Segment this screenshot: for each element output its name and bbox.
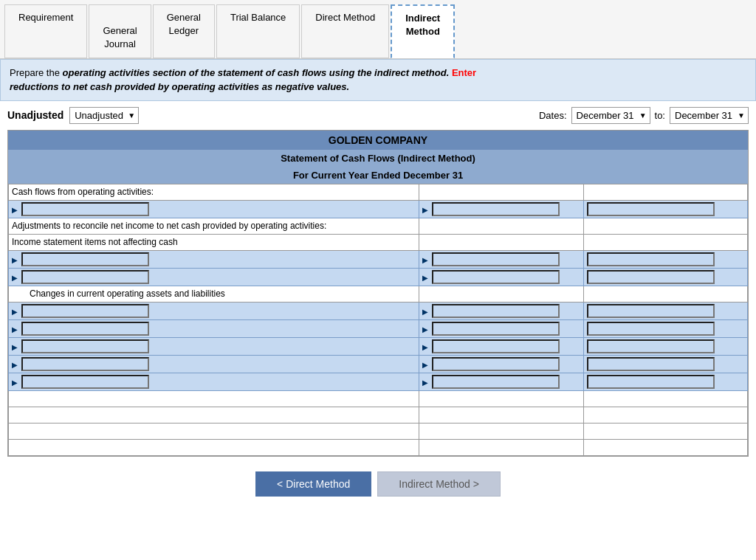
cash-flow-table-container: GOLDEN COMPANY Statement of Cash Flows (… xyxy=(7,130,749,457)
mode-label: Unadjusted xyxy=(7,109,63,121)
label-input-6[interactable] xyxy=(21,339,149,353)
date-to-prefix: to: xyxy=(655,110,665,121)
amount-input-7[interactable] xyxy=(432,357,560,371)
amount-input-3[interactable] xyxy=(432,270,560,284)
table-row xyxy=(9,373,748,390)
row-arrow xyxy=(422,204,430,215)
row-arrow xyxy=(12,255,19,265)
tab-general-journal[interactable]: GeneralJournal xyxy=(89,4,151,58)
label-input-8[interactable] xyxy=(21,375,149,389)
table-row: Income statement items not affecting cas… xyxy=(9,234,748,250)
tab-requirement[interactable]: Requirement xyxy=(4,4,87,58)
table-row xyxy=(9,355,748,373)
total-input-12[interactable] xyxy=(587,442,744,452)
table-row xyxy=(9,200,748,218)
row-arrow xyxy=(12,306,19,317)
total-input-10[interactable] xyxy=(587,409,744,420)
controls-row: Unadjusted Unadjusted Adjusted Dates: De… xyxy=(0,101,756,130)
table-period: For Current Year Ended December 31 xyxy=(8,167,748,184)
total-input-7[interactable] xyxy=(587,357,715,371)
table-row xyxy=(9,439,748,455)
amount-input-10[interactable] xyxy=(422,409,580,420)
tab-indirect-method[interactable]: IndirectMethod xyxy=(391,4,455,58)
row-arrow xyxy=(422,342,430,352)
mode-select[interactable]: Unadjusted Adjusted xyxy=(69,107,139,124)
instruction-bar: Prepare the operating activities section… xyxy=(0,59,756,101)
table-row xyxy=(9,319,748,337)
table-row xyxy=(9,407,748,423)
total-input-3[interactable] xyxy=(587,270,715,284)
label-input-10[interactable] xyxy=(12,409,416,420)
row-arrow xyxy=(12,377,19,387)
tab-general-ledger[interactable]: GeneralLedger xyxy=(153,4,215,58)
row-arrow xyxy=(422,377,430,387)
row-arrow xyxy=(12,272,19,283)
label-input-2[interactable] xyxy=(21,252,149,266)
table-row xyxy=(9,268,748,286)
date-from-select[interactable]: December 31 xyxy=(571,107,650,124)
total-input-5[interactable] xyxy=(587,322,715,336)
total-input-11[interactable] xyxy=(587,426,744,436)
total-input-4[interactable] xyxy=(587,304,715,318)
row-arrow xyxy=(422,324,430,334)
amount-input-1[interactable] xyxy=(432,202,560,216)
amount-input-8[interactable] xyxy=(432,375,560,389)
label-input-4[interactable] xyxy=(21,304,149,318)
table-row: Cash flows from operating activities: xyxy=(9,184,748,200)
table-row: Adjustments to reconcile net income to n… xyxy=(9,218,748,234)
table-row xyxy=(9,302,748,319)
table-row: Changes in current operating assets and … xyxy=(9,286,748,302)
total-input-9[interactable] xyxy=(587,393,744,404)
dates-section: Dates: December 31 to: December 31 xyxy=(539,107,749,124)
label-input-11[interactable] xyxy=(12,426,416,436)
row-arrow xyxy=(12,359,19,370)
next-button[interactable]: Indirect Method > xyxy=(377,471,501,497)
amount-input-9[interactable] xyxy=(422,393,580,404)
label-input-1[interactable] xyxy=(21,202,149,216)
amount-input-4[interactable] xyxy=(432,304,560,318)
tab-direct-method[interactable]: Direct Method xyxy=(301,4,389,58)
table-row xyxy=(9,423,748,439)
table-subtitle: Statement of Cash Flows (Indirect Method… xyxy=(8,150,748,167)
total-input-8[interactable] xyxy=(587,375,715,389)
company-name: GOLDEN COMPANY xyxy=(8,131,748,150)
prev-button[interactable]: < Direct Method xyxy=(255,471,371,497)
tab-bar: Requirement GeneralJournal GeneralLedger… xyxy=(0,0,756,59)
label-input-5[interactable] xyxy=(21,322,149,336)
income-statement-label: Income statement items not affecting cas… xyxy=(9,234,419,250)
mode-select-wrapper[interactable]: Unadjusted Adjusted xyxy=(69,107,139,124)
changes-label: Changes in current operating assets and … xyxy=(9,286,419,302)
table-row xyxy=(9,250,748,268)
label-input-7[interactable] xyxy=(21,357,149,371)
amount-input-6[interactable] xyxy=(432,339,560,353)
label-input-9[interactable] xyxy=(12,393,416,404)
row-arrow xyxy=(422,255,430,265)
row-arrow xyxy=(12,342,19,352)
table-row xyxy=(9,337,748,355)
date-to-select[interactable]: December 31 xyxy=(670,107,749,124)
row-arrow xyxy=(422,306,430,317)
tab-trial-balance[interactable]: Trial Balance xyxy=(216,4,300,58)
total-input-6[interactable] xyxy=(587,339,715,353)
total-input-2[interactable] xyxy=(587,252,715,266)
table-row xyxy=(9,390,748,407)
date-from-wrapper[interactable]: December 31 xyxy=(571,107,650,124)
row-arrow xyxy=(422,272,430,283)
dates-label: Dates: xyxy=(539,110,567,121)
row-arrow xyxy=(12,324,19,334)
adjustments-label: Adjustments to reconcile net income to n… xyxy=(9,218,419,234)
nav-buttons: < Direct Method Indirect Method > xyxy=(0,457,756,511)
amount-input-2[interactable] xyxy=(432,252,560,266)
cash-flow-data-table: Cash flows from operating activities: xyxy=(8,184,748,456)
date-to-wrapper[interactable]: December 31 xyxy=(670,107,749,124)
total-input-1[interactable] xyxy=(587,202,715,216)
amount-input-5[interactable] xyxy=(432,322,560,336)
label-input-3[interactable] xyxy=(21,270,149,284)
row-arrow xyxy=(12,204,19,215)
row-arrow xyxy=(422,359,430,370)
cash-flows-label: Cash flows from operating activities: xyxy=(9,184,419,200)
